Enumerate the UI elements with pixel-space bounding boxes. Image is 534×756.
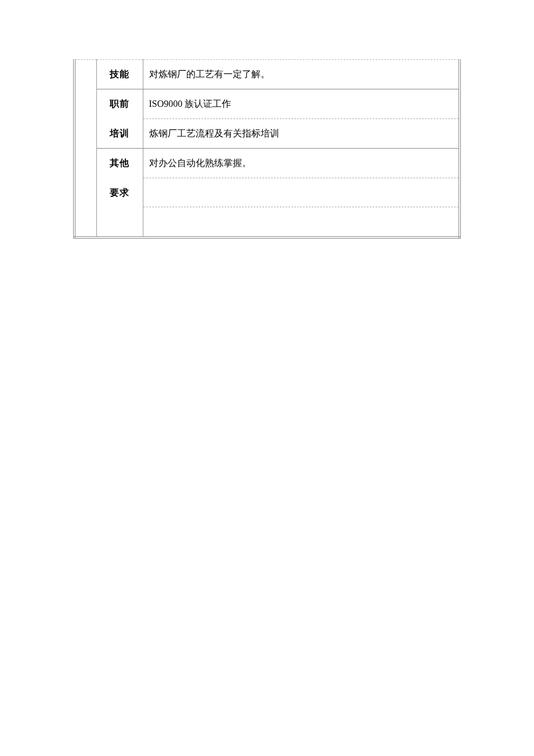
content-other-3 bbox=[143, 207, 460, 237]
label-pretraining-1: 职前 bbox=[96, 89, 143, 119]
label-other-1: 其他 bbox=[96, 149, 143, 178]
job-requirements-table: 技能 对炼钢厂的工艺有一定了解。 职前 ISO9000 族认证工作 培训 炼钢厂… bbox=[73, 59, 461, 239]
table-row: 其他 对办公自动化熟练掌握。 bbox=[74, 149, 460, 178]
table-row: 技能 对炼钢厂的工艺有一定了解。 bbox=[74, 60, 460, 89]
category-spacer-cell bbox=[74, 60, 96, 238]
label-skill: 技能 bbox=[96, 60, 143, 89]
table-row: 职前 ISO9000 族认证工作 bbox=[74, 89, 460, 119]
label-pretraining-2: 培训 bbox=[96, 119, 143, 149]
table-row: 要求 bbox=[74, 178, 460, 207]
label-other-3 bbox=[96, 207, 143, 237]
content-skill: 对炼钢厂的工艺有一定了解。 bbox=[143, 60, 460, 89]
label-other-2: 要求 bbox=[96, 178, 143, 207]
table-row bbox=[74, 207, 460, 237]
content-other-2 bbox=[143, 178, 460, 207]
table-row: 培训 炼钢厂工艺流程及有关指标培训 bbox=[74, 119, 460, 149]
content-pretraining-2: 炼钢厂工艺流程及有关指标培训 bbox=[143, 119, 460, 149]
content-pretraining-1: ISO9000 族认证工作 bbox=[143, 89, 460, 119]
content-other-1: 对办公自动化熟练掌握。 bbox=[143, 149, 460, 178]
